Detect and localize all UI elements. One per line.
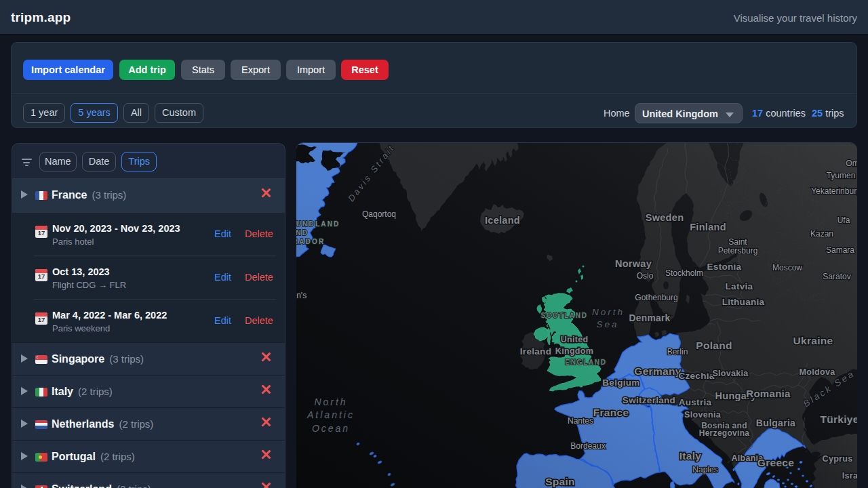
svg-text:Sea: Sea (596, 319, 618, 329)
svg-text:Kazan: Kazan (810, 229, 833, 239)
svg-text:Kingdom: Kingdom (555, 346, 593, 356)
svg-text:AND: AND (296, 229, 309, 237)
svg-text:Samara: Samara (826, 245, 854, 255)
svg-text:Ocean: Ocean (312, 423, 350, 434)
svg-text:ENGLAND: ENGLAND (565, 359, 606, 366)
svg-text:Finland: Finland (690, 222, 726, 232)
svg-text:Yekaterinburg: Yekaterinburg (811, 186, 857, 196)
svg-text:Spain: Spain (545, 476, 575, 487)
svg-text:Bulgaria: Bulgaria (756, 418, 795, 428)
svg-text:NEWFOUNDLAND: NEWFOUNDLAND (296, 220, 340, 228)
svg-text:Bordeaux: Bordeaux (570, 441, 605, 451)
svg-text:Germany: Germany (634, 365, 681, 377)
svg-text:Israel: Israel (842, 471, 857, 481)
svg-text:Norway: Norway (615, 258, 652, 269)
svg-text:LABRADOR: LABRADOR (296, 238, 325, 245)
svg-text:Italy: Italy (679, 450, 702, 462)
svg-text:Omsk: Omsk (846, 159, 857, 168)
svg-text:Berlin: Berlin (667, 347, 688, 357)
svg-text:Atlantic: Atlantic (307, 409, 355, 420)
svg-text:France: France (593, 407, 629, 418)
svg-text:Gothenburg: Gothenburg (635, 293, 677, 302)
svg-text:Saint: Saint (728, 237, 747, 247)
svg-text:Naples: Naples (692, 465, 717, 474)
svg-text:Türkiye: Türkiye (820, 413, 857, 425)
svg-text:Ukraine: Ukraine (793, 335, 833, 346)
svg-text:Estonia: Estonia (707, 262, 742, 272)
svg-text:Romania: Romania (746, 388, 791, 399)
svg-text:Stockholm: Stockholm (665, 268, 703, 278)
svg-text:Qaqortoq: Qaqortoq (362, 209, 396, 219)
svg-text:Petersburg: Petersburg (718, 246, 758, 256)
svg-text:Latvia: Latvia (726, 281, 753, 291)
svg-text:Sweden: Sweden (646, 212, 684, 223)
svg-text:Belgium: Belgium (602, 378, 639, 388)
svg-text:Denmark: Denmark (629, 313, 670, 323)
svg-text:Czechia: Czechia (678, 371, 714, 381)
svg-text:Moldova: Moldova (800, 367, 836, 377)
svg-text:Ufa: Ufa (837, 216, 850, 225)
svg-text:Slovenia: Slovenia (684, 410, 722, 420)
svg-text:Oslo: Oslo (637, 271, 654, 281)
svg-text:Iceland: Iceland (485, 215, 520, 226)
svg-text:United: United (561, 335, 589, 344)
svg-text:SCOTLAND: SCOTLAND (540, 312, 587, 319)
svg-text:St. John's: St. John's (296, 291, 307, 300)
svg-text:North: North (314, 396, 347, 407)
svg-text:Moscow: Moscow (772, 263, 802, 272)
svg-text:Cyprus: Cyprus (823, 454, 853, 464)
svg-text:Tyumen: Tyumen (827, 171, 856, 180)
svg-text:Greece: Greece (757, 457, 794, 468)
svg-text:Slovakia: Slovakia (712, 369, 749, 378)
svg-text:Herzegovina: Herzegovina (699, 428, 750, 438)
svg-text:Switzerland: Switzerland (623, 395, 675, 405)
svg-text:Lithuania: Lithuania (722, 297, 765, 307)
svg-text:Austria: Austria (679, 397, 712, 407)
svg-text:Saratov: Saratov (823, 272, 850, 281)
svg-text:North: North (592, 307, 625, 317)
svg-text:Poland: Poland (696, 340, 732, 351)
svg-text:Nantes: Nantes (568, 416, 593, 426)
svg-text:Ireland: Ireland (520, 346, 551, 357)
